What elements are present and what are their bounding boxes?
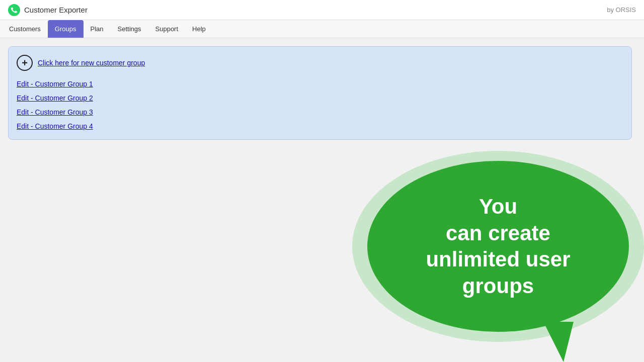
groups-list: Edit - Customer Group 1 Edit - Customer … [17,79,623,131]
whatsapp-icon [8,4,20,16]
groups-panel: + Click here for new customer group Edit… [8,46,632,140]
app-title: Customer Exporter [24,6,88,14]
group-link-1[interactable]: Edit - Customer Group 1 [17,79,623,89]
main-content: + Click here for new customer group Edit… [0,38,644,362]
navbar: Customers Groups Plan Settings Support H… [0,20,644,38]
nav-settings[interactable]: Settings [111,20,148,38]
group-link-3[interactable]: Edit - Customer Group 3 [17,107,623,117]
group-link-4[interactable]: Edit - Customer Group 4 [17,121,623,131]
by-orsis-label: by ORSIS [607,6,636,14]
bubble-text: Youcan createunlimited usergroups [411,194,585,299]
bubble-inner: Youcan createunlimited usergroups [367,161,629,332]
nav-help[interactable]: Help [185,20,213,38]
nav-customers[interactable]: Customers [2,20,48,38]
new-group-row: + Click here for new customer group [17,55,623,71]
header-left: Customer Exporter [8,4,88,16]
new-group-link[interactable]: Click here for new customer group [38,59,145,67]
nav-groups[interactable]: Groups [48,20,84,38]
bubble-tail [543,322,574,362]
nav-plan[interactable]: Plan [84,20,111,38]
plus-symbol: + [22,58,28,68]
app-header: Customer Exporter by ORSIS [0,0,644,20]
svg-point-0 [8,4,20,16]
plus-icon[interactable]: + [17,55,33,71]
nav-support[interactable]: Support [148,20,186,38]
group-link-2[interactable]: Edit - Customer Group 2 [17,93,623,103]
speech-bubble-container: Youcan createunlimited usergroups [332,151,644,362]
